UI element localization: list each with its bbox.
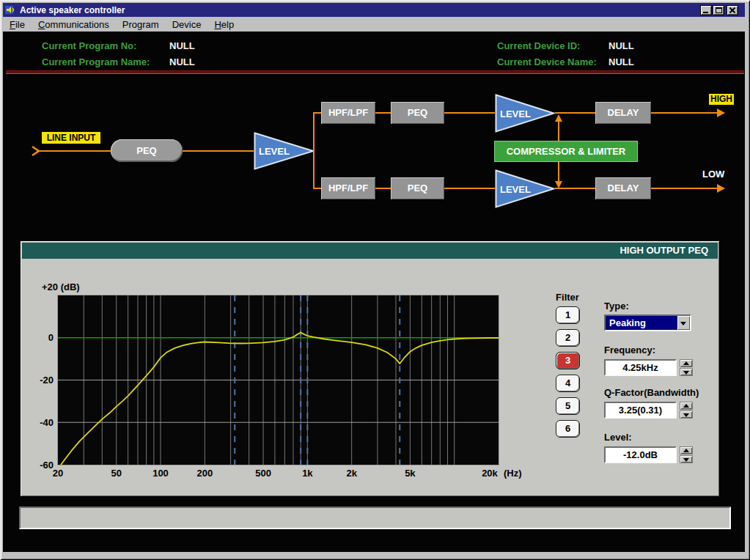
device-name-label: Current Device Name:: [497, 56, 597, 67]
x-axis-tick-label: 500: [247, 468, 279, 479]
frequency-spin-down-button[interactable]: [680, 368, 693, 376]
signal-line: [313, 112, 315, 189]
compressor-limiter-node[interactable]: COMPRESSOR & LIMITER: [494, 141, 638, 162]
menu-bar: FileCommunicationsProgramDeviceHelp: [3, 17, 745, 32]
menu-item-program[interactable]: Program: [116, 18, 166, 32]
input-level-label: LEVEL: [259, 146, 290, 157]
frequency-response-curve: [58, 295, 499, 465]
filter-button-4[interactable]: 4: [556, 375, 580, 392]
signal-line: [375, 188, 391, 189]
chevron-down-icon: [683, 371, 689, 375]
level-spin-down-button[interactable]: [680, 455, 693, 463]
low-output-label: LOW: [702, 169, 724, 180]
chevron-up-icon: [683, 361, 689, 365]
combo-dropdown-button[interactable]: [677, 316, 690, 330]
program-no-label: Current Program No:: [42, 40, 136, 51]
chevron-down-icon: [683, 413, 689, 417]
frequency-spinner: [680, 359, 693, 376]
window-title: Active speaker controller: [20, 5, 700, 15]
line-input-label: LINE INPUT: [42, 132, 100, 144]
program-no-value: NULL: [169, 40, 195, 51]
level-label: Level:: [604, 432, 632, 443]
q-factor-spin-down-button[interactable]: [680, 410, 693, 419]
close-button[interactable]: [727, 5, 738, 15]
low-hpf-node[interactable]: HPF/LPF: [321, 177, 375, 199]
filter-type-select[interactable]: Peaking: [604, 314, 691, 331]
high-output-label: HIGH: [709, 94, 734, 105]
device-id-value: NULL: [609, 40, 634, 51]
minimize-icon: [703, 12, 708, 13]
filter-button-5[interactable]: 5: [556, 397, 580, 415]
peq-panel-title: HIGH OUTPUT PEQ: [22, 243, 718, 259]
filter-button-6[interactable]: 6: [556, 420, 580, 438]
signal-line: [651, 112, 717, 114]
q-factor-spinner: [680, 402, 693, 419]
level-spin-up-button[interactable]: [680, 446, 693, 454]
signal-line: [444, 112, 495, 114]
type-label: Type:: [604, 301, 629, 312]
separator-line: [6, 70, 744, 72]
y-axis-tick-label: 0: [30, 332, 54, 343]
arrowhead-icon: [717, 108, 725, 117]
menu-item-device[interactable]: Device: [166, 18, 208, 32]
x-axis-tick-label: 100: [144, 468, 177, 479]
arrowhead-icon: [717, 184, 725, 193]
y-axis-top-label: +20 (dB): [42, 281, 80, 292]
menu-item-communications[interactable]: Communications: [32, 18, 116, 32]
signal-line: [555, 188, 595, 189]
frequency-spin-up-button[interactable]: [680, 359, 693, 367]
low-peq-node[interactable]: PEQ: [391, 177, 444, 199]
input-arrow-icon: [30, 145, 41, 160]
menu-item-help[interactable]: Help: [207, 18, 240, 32]
x-axis-tick-label: 200: [188, 468, 221, 479]
x-axis-unit-label: (Hz): [504, 468, 522, 479]
q-factor-input[interactable]: 3.25(0.31): [604, 402, 677, 419]
high-peq-node[interactable]: PEQ: [391, 102, 444, 124]
low-level-node[interactable]: LEVEL: [495, 169, 555, 208]
signal-line: [651, 188, 717, 189]
high-hpf-node[interactable]: HPF/LPF: [321, 102, 375, 124]
title-bar: Active speaker controller: [3, 3, 745, 17]
filter-button-2[interactable]: 2: [556, 329, 580, 347]
window-controls: [700, 5, 738, 15]
high-delay-node[interactable]: DELAY: [595, 102, 651, 124]
q-factor-spin-up-button[interactable]: [680, 402, 693, 410]
chevron-up-icon: [683, 449, 689, 452]
program-name-value: NULL: [169, 56, 195, 67]
signal-line: [558, 162, 559, 182]
x-axis-tick-label: 5k: [394, 468, 426, 479]
filter-section-label: Filter: [551, 292, 584, 303]
x-axis-tick-label: 50: [100, 468, 133, 479]
q-factor-label: Q-Factor(Bandwidth): [604, 387, 699, 398]
minimize-button[interactable]: [700, 5, 712, 15]
device-id-label: Current Device ID:: [497, 40, 580, 51]
filter-button-3[interactable]: 3: [556, 352, 580, 369]
filter-button-1[interactable]: 1: [556, 306, 580, 324]
signal-line: [444, 188, 495, 189]
low-delay-node[interactable]: DELAY: [595, 177, 651, 199]
frequency-input[interactable]: 4.25kHz: [604, 359, 677, 376]
y-axis-tick-label: -20: [30, 375, 54, 386]
signal-line: [183, 150, 254, 152]
level-spinner: [680, 446, 693, 463]
chevron-down-icon: [680, 322, 686, 325]
input-peq-node[interactable]: PEQ: [111, 139, 183, 162]
input-level-node[interactable]: LEVEL: [254, 132, 315, 170]
frequency-response-plot: [57, 295, 499, 465]
app-icon: [5, 4, 16, 15]
high-level-node[interactable]: LEVEL: [495, 94, 555, 133]
level-input[interactable]: -12.0dB: [604, 446, 677, 463]
x-axis-tick-label: 20k: [474, 468, 506, 479]
program-name-label: Current Program Name:: [42, 56, 150, 67]
menu-item-file[interactable]: File: [3, 18, 32, 32]
y-axis-tick-label: -40: [30, 417, 54, 428]
x-axis-tick-label: 20: [42, 468, 74, 479]
x-axis-tick-label: 1k: [291, 468, 323, 479]
status-bar: [19, 506, 731, 529]
device-name-value: NULL: [609, 56, 634, 67]
separator-line: [6, 73, 744, 74]
close-icon: [729, 7, 735, 13]
maximize-button[interactable]: [713, 5, 724, 15]
filter-type-value: Peaking: [606, 316, 677, 330]
signal-line: [313, 188, 321, 189]
